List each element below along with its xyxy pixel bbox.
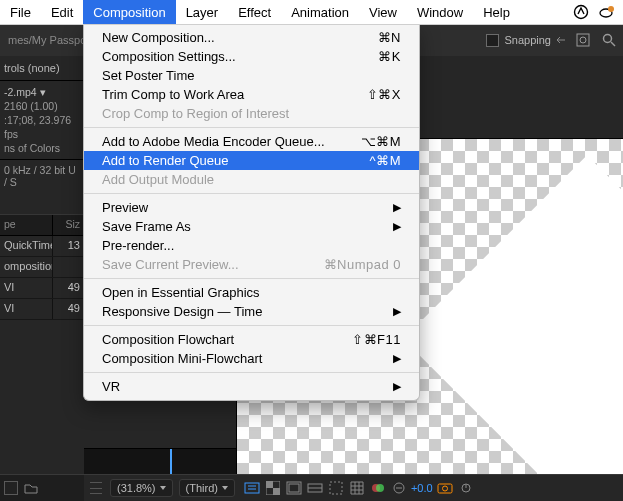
menu-help[interactable]: Help	[473, 0, 520, 24]
chevron-down-icon	[160, 486, 166, 490]
menuitem-composition-settings[interactable]: Composition Settings... ⌘K	[84, 47, 419, 66]
menuitem-composition-mini-flowchart[interactable]: Composition Mini-Flowchart ▶	[84, 349, 419, 368]
channel-icon[interactable]	[369, 479, 387, 497]
snapshot-icon[interactable]	[436, 479, 454, 497]
project-row-size	[53, 257, 84, 277]
footage-audio: 0 kHz / 32 bit U / S	[0, 160, 84, 192]
snapping-checkbox-icon[interactable]	[486, 34, 499, 47]
new-folder-icon[interactable]	[24, 481, 38, 495]
white-diamond-shape	[403, 155, 623, 476]
menuitem-add-to-media-encoder[interactable]: Add to Adobe Media Encoder Queue... ⌥⌘M	[84, 132, 419, 151]
project-footer	[0, 474, 85, 501]
menuitem-new-composition[interactable]: New Composition... ⌘N	[84, 28, 419, 47]
chevron-down-icon	[222, 486, 228, 490]
svg-rect-3	[577, 34, 589, 46]
menuitem-trim-to-work-area[interactable]: Trim Comp to Work Area ⇧⌘X	[84, 85, 419, 104]
submenu-arrow-icon: ▶	[393, 220, 401, 233]
svg-rect-9	[273, 488, 280, 495]
menuitem-preview[interactable]: Preview ▶	[84, 198, 419, 217]
footage-duration: :17;08, 23.976 fps	[4, 113, 80, 141]
show-snapshot-icon[interactable]	[457, 479, 475, 497]
svg-rect-19	[438, 484, 452, 493]
zoom-dropdown[interactable]: (31.8%)	[110, 479, 173, 497]
menuitem-composition-flowchart[interactable]: Composition Flowchart ⇧⌘F11	[84, 330, 419, 349]
svg-rect-12	[289, 484, 299, 492]
timeline-area[interactable]	[84, 448, 236, 475]
submenu-arrow-icon: ▶	[393, 305, 401, 318]
menuitem-open-essential-graphics[interactable]: Open in Essential Graphics	[84, 283, 419, 302]
menuitem-pre-render[interactable]: Pre-render...	[84, 236, 419, 255]
avast-icon[interactable]	[573, 4, 589, 20]
search-icon[interactable]	[601, 32, 617, 48]
left-column: trols (none) -2.mp4 ▾ 2160 (1.00) :17;08…	[0, 56, 85, 501]
grid-icon[interactable]	[348, 479, 366, 497]
exposure-value[interactable]: +0.0	[411, 482, 433, 494]
transparency-grid-icon[interactable]	[264, 479, 282, 497]
roi-icon[interactable]	[327, 479, 345, 497]
project-header: pe Siz	[0, 214, 84, 236]
menuitem-crop-to-roi: Crop Comp to Region of Interest	[84, 104, 419, 123]
resolution-dropdown[interactable]: (Third)	[179, 479, 235, 497]
viewer-status-bar: (31.8%) (Third)	[84, 474, 623, 501]
safe-zones-icon[interactable]	[285, 479, 303, 497]
menuitem-save-frame-as[interactable]: Save Frame As ▶	[84, 217, 419, 236]
menuitem-set-poster-time[interactable]: Set Poster Time	[84, 66, 419, 85]
snapping-toggle[interactable]: Snapping	[486, 34, 566, 47]
menu-file[interactable]: File	[0, 0, 41, 24]
svg-point-17	[376, 484, 384, 492]
svg-rect-7	[245, 483, 259, 493]
footage-info: -2.mp4 ▾ 2160 (1.00) :17;08, 23.976 fps …	[0, 81, 84, 160]
effect-controls-panel-title[interactable]: trols (none)	[0, 56, 84, 81]
fast-previews-icon[interactable]	[243, 479, 261, 497]
menuitem-vr[interactable]: VR ▶	[84, 377, 419, 396]
svg-point-20	[442, 486, 447, 491]
cloud-sync-icon[interactable]	[597, 4, 615, 20]
snapping-dropdown-icon[interactable]	[557, 36, 565, 44]
menu-view[interactable]: View	[359, 0, 407, 24]
playhead-icon[interactable]	[170, 449, 172, 475]
menu-edit[interactable]: Edit	[41, 0, 83, 24]
panel-grip-icon[interactable]	[90, 482, 102, 494]
menu-animation[interactable]: Animation	[281, 0, 359, 24]
menuitem-save-current-preview: Save Current Preview... ⌘Numpad 0	[84, 255, 419, 274]
resolution-value: (Third)	[186, 482, 218, 494]
svg-point-4	[580, 37, 586, 43]
interpret-footage-icon[interactable]	[4, 481, 18, 495]
menu-layer[interactable]: Layer	[176, 0, 229, 24]
mask-visibility-icon[interactable]	[306, 479, 324, 497]
project-header-type[interactable]: pe	[0, 215, 53, 235]
menu-composition[interactable]: Composition	[83, 0, 175, 24]
footage-name[interactable]: -2.mp4 ▾	[4, 85, 80, 99]
project-row-type: omposition	[0, 257, 53, 277]
svg-point-2	[608, 6, 614, 12]
project-row-type: VI	[0, 278, 53, 298]
project-row-type: VI	[0, 299, 53, 319]
project-row-type: QuickTime	[0, 236, 53, 256]
svg-point-5	[604, 35, 612, 43]
mask-mode-icon[interactable]	[575, 32, 591, 48]
project-header-size[interactable]: Siz	[53, 215, 84, 235]
project-row[interactable]: VI 49	[0, 278, 84, 299]
menu-effect[interactable]: Effect	[228, 0, 281, 24]
submenu-arrow-icon: ▶	[393, 380, 401, 393]
project-row-size: 13	[53, 236, 84, 256]
footage-colors: ns of Colors	[4, 141, 80, 155]
footage-resolution: 2160 (1.00)	[4, 99, 80, 113]
menu-window[interactable]: Window	[407, 0, 473, 24]
reset-exposure-icon[interactable]	[390, 479, 408, 497]
menuitem-add-to-render-queue[interactable]: Add to Render Queue ^⌘M	[84, 151, 419, 170]
svg-rect-15	[330, 482, 342, 494]
zoom-value: (31.8%)	[117, 482, 156, 494]
submenu-arrow-icon: ▶	[393, 352, 401, 365]
project-row[interactable]: QuickTime 13	[0, 236, 84, 257]
menuitem-add-output-module: Add Output Module	[84, 170, 419, 189]
project-row-size: 49	[53, 278, 84, 298]
svg-rect-8	[266, 481, 273, 488]
composition-menu: New Composition... ⌘N Composition Settin…	[83, 24, 420, 401]
menubar: File Edit Composition Layer Effect Anima…	[0, 0, 623, 25]
snapping-label: Snapping	[505, 34, 552, 46]
project-row[interactable]: omposition	[0, 257, 84, 278]
menuitem-responsive-design-time[interactable]: Responsive Design — Time ▶	[84, 302, 419, 321]
project-row-size: 49	[53, 299, 84, 319]
project-row[interactable]: VI 49	[0, 299, 84, 320]
